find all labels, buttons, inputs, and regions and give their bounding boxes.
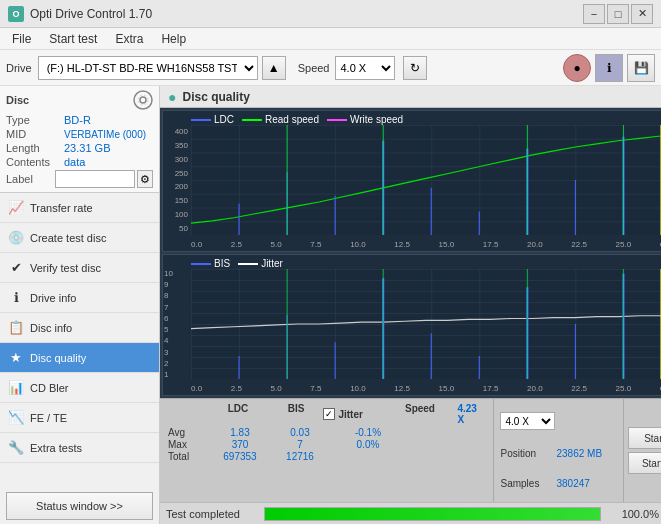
nav-disc-info[interactable]: 📋 Disc info xyxy=(0,313,159,343)
disc-info-icon: 📋 xyxy=(8,320,24,336)
sidebar: Disc Type BD-R MID VERBATIMe (000) Lengt… xyxy=(0,86,160,524)
speed-dropdown-select[interactable]: 4.0 X xyxy=(500,412,555,430)
menu-extra[interactable]: Extra xyxy=(107,30,151,48)
disc-type-label: Type xyxy=(6,114,64,126)
avg-bis: 0.03 xyxy=(276,427,324,438)
menu-file[interactable]: File xyxy=(4,30,39,48)
legend-write-speed: Write speed xyxy=(327,114,403,125)
disc-label-input[interactable] xyxy=(55,170,135,188)
total-bis: 12716 xyxy=(276,451,324,462)
nav-fe-te-label: FE / TE xyxy=(30,412,67,424)
nav-extra-tests[interactable]: 🔧 Extra tests xyxy=(0,433,159,463)
menu-help[interactable]: Help xyxy=(153,30,194,48)
chart-bis: 10 9 8 7 6 5 4 3 2 1 10% 8% 6% xyxy=(162,254,661,396)
disc-length-row: Length 23.31 GB xyxy=(6,142,153,154)
nav-create-test-disc[interactable]: 💿 Create test disc xyxy=(0,223,159,253)
position-row: Position 23862 MB xyxy=(500,448,617,459)
progress-area: Test completed 100.0% 31:24 xyxy=(160,502,661,524)
disc-label-label: Label xyxy=(6,173,55,185)
position-label: Position xyxy=(500,448,552,459)
speed-value: 4.23 X xyxy=(457,403,485,425)
eject-button[interactable]: ▲ xyxy=(262,56,286,80)
speed-label: Speed xyxy=(298,62,330,74)
disc-icon xyxy=(133,90,153,110)
start-buttons: Start full Start part xyxy=(623,399,661,502)
stats-avg-row: Avg 1.83 0.03 -0.1% xyxy=(168,427,485,438)
charts-container: 400 350 300 250 200 150 100 50 18X 16X 1… xyxy=(160,108,661,398)
samples-value: 380247 xyxy=(556,478,589,489)
disc-quality-header-icon: ● xyxy=(168,89,176,105)
nav-transfer-rate-label: Transfer rate xyxy=(30,202,93,214)
info-button[interactable]: ℹ xyxy=(595,54,623,82)
disc-mid-row: MID VERBATIMe (000) xyxy=(6,128,153,140)
status-window-button[interactable]: Status window >> xyxy=(6,492,153,520)
close-button[interactable]: ✕ xyxy=(631,4,653,24)
start-part-button[interactable]: Start part xyxy=(628,452,661,474)
nav-verify-test-disc-label: Verify test disc xyxy=(30,262,101,274)
disc-type-row: Type BD-R xyxy=(6,114,153,126)
svg-point-1 xyxy=(140,97,146,103)
drive-select[interactable]: (F:) HL-DT-ST BD-RE WH16NS58 TST4 xyxy=(38,56,258,80)
speed-select-row: 4.0 X xyxy=(500,412,617,430)
avg-label: Avg xyxy=(168,427,204,438)
cd-bler-icon: 📊 xyxy=(8,380,24,396)
title-bar: O Opti Drive Control 1.70 − □ ✕ xyxy=(0,0,661,28)
disc-length-label: Length xyxy=(6,142,64,154)
progress-percent: 100.0% xyxy=(609,508,659,520)
nav-verify-test-disc[interactable]: ✔ Verify test disc xyxy=(0,253,159,283)
disc-label-button[interactable]: ⚙ xyxy=(137,170,153,188)
drive-label: Drive xyxy=(6,62,32,74)
chart1-legend: LDC Read speed Write speed xyxy=(191,114,403,125)
jitter-checkbox[interactable]: ✓ xyxy=(323,408,335,420)
menu-start-test[interactable]: Start test xyxy=(41,30,105,48)
disc-panel: Disc Type BD-R MID VERBATIMe (000) Lengt… xyxy=(0,86,159,193)
stats-header: LDC BIS ✓ Jitter Speed 4.23 X xyxy=(168,403,485,425)
save-button[interactable]: 💾 xyxy=(627,54,655,82)
legend-ldc-label: LDC xyxy=(214,114,234,125)
title-bar-left: O Opti Drive Control 1.70 xyxy=(8,6,152,22)
disc-quality-header: ● Disc quality xyxy=(160,86,661,108)
refresh-button[interactable]: ↻ xyxy=(403,56,427,80)
stats-area: LDC BIS ✓ Jitter Speed 4.23 X Avg 1.83 0… xyxy=(160,398,661,502)
nav-create-test-disc-label: Create test disc xyxy=(30,232,106,244)
maximize-button[interactable]: □ xyxy=(607,4,629,24)
chart1-x-axis: 0.0 2.5 5.0 7.5 10.0 12.5 15.0 17.5 20.0… xyxy=(191,240,661,249)
progress-status: Test completed xyxy=(166,508,256,520)
content-area: ● Disc quality 400 350 300 250 200 150 1… xyxy=(160,86,661,524)
progress-bar-fill xyxy=(265,508,600,520)
svg-point-0 xyxy=(134,91,152,109)
position-value: 23862 MB xyxy=(556,448,602,459)
minimize-button[interactable]: − xyxy=(583,4,605,24)
stats-row: LDC BIS ✓ Jitter Speed 4.23 X Avg 1.83 0… xyxy=(160,399,661,502)
stats-max-row: Max 370 7 0.0% xyxy=(168,439,485,450)
chart2-svg xyxy=(191,269,661,379)
speed-select[interactable]: 4.0 X xyxy=(335,56,395,80)
nav-transfer-rate[interactable]: 📈 Transfer rate xyxy=(0,193,159,223)
transfer-rate-icon: 📈 xyxy=(8,200,24,216)
legend-jitter-label: Jitter xyxy=(261,258,283,269)
svg-rect-4 xyxy=(191,125,661,235)
menu-bar: File Start test Extra Help xyxy=(0,28,661,50)
legend-bis: BIS xyxy=(191,258,230,269)
nav-cd-bler-label: CD Bler xyxy=(30,382,69,394)
chart2-x-axis: 0.0 2.5 5.0 7.5 10.0 12.5 15.0 17.5 20.0… xyxy=(191,384,661,393)
nav-disc-quality[interactable]: ★ Disc quality xyxy=(0,343,159,373)
settings-button[interactable]: ● xyxy=(563,54,591,82)
nav-list: 📈 Transfer rate 💿 Create test disc ✔ Ver… xyxy=(0,193,159,488)
legend-write-speed-label: Write speed xyxy=(350,114,403,125)
verify-test-disc-icon: ✔ xyxy=(8,260,24,276)
title-controls: − □ ✕ xyxy=(583,4,653,24)
main-layout: Disc Type BD-R MID VERBATIMe (000) Lengt… xyxy=(0,86,661,524)
disc-mid-label: MID xyxy=(6,128,64,140)
nav-fe-te[interactable]: 📉 FE / TE xyxy=(0,403,159,433)
start-full-button[interactable]: Start full xyxy=(628,427,661,449)
nav-cd-bler[interactable]: 📊 CD Bler xyxy=(0,373,159,403)
disc-contents-row: Contents data xyxy=(6,156,153,168)
nav-extra-tests-label: Extra tests xyxy=(30,442,82,454)
nav-drive-info[interactable]: ℹ Drive info xyxy=(0,283,159,313)
app-title: Opti Drive Control 1.70 xyxy=(30,7,152,21)
jitter-check-container: ✓ Jitter xyxy=(323,403,401,425)
stats-right-panel: 4.0 X Position 23862 MB Samples 380247 xyxy=(493,399,623,502)
chart-ldc: 400 350 300 250 200 150 100 50 18X 16X 1… xyxy=(162,110,661,252)
max-label: Max xyxy=(168,439,204,450)
